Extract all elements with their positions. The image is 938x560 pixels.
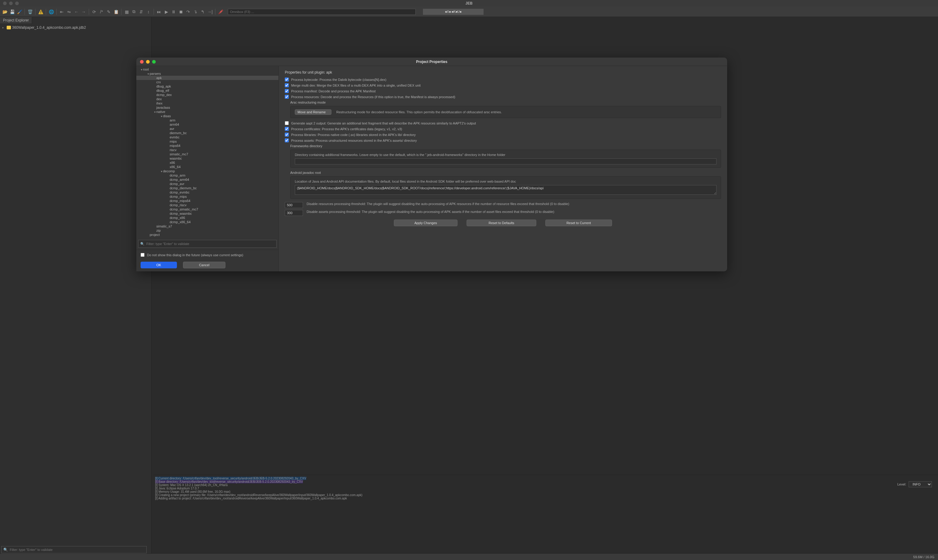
dialog-tree-item[interactable]: apk [136,76,279,80]
dialog-tree-item[interactable]: dcmp_diemvm_bc [136,186,279,190]
assets-checkbox[interactable] [285,138,289,142]
save-icon[interactable]: 💾 [9,9,15,15]
chevron-icon[interactable]: ▾ [146,72,150,75]
paste-icon[interactable]: 📋 [113,9,119,15]
dialog-tree-item[interactable]: x86_64 [136,165,279,169]
noshow-row[interactable]: Do not show this dialog in the future (a… [140,253,274,257]
prev-icon[interactable]: ← [73,9,79,15]
dialog-tree-item[interactable]: ▾decomp [136,169,279,173]
arsc-select[interactable]: Move and Rename [295,109,331,115]
dialog-tree-item[interactable]: simatic_mc7 [136,152,279,156]
frameworks-input[interactable] [295,158,716,165]
dialog-tree-item[interactable]: dcmp_dex [136,93,279,97]
delete-icon[interactable]: 🗑️ [27,9,33,15]
javadoc-input[interactable] [295,185,716,195]
dialog-tree-item[interactable]: dcmp_arm64 [136,177,279,182]
step-out-icon[interactable]: ↰ [200,9,206,15]
dialog-tree-item[interactable]: ▾root [136,67,279,71]
libs-row[interactable]: Process libraries: Process native code (… [285,133,721,137]
dialog-tree-item[interactable]: avr [136,126,279,131]
next-icon[interactable]: → [81,9,87,15]
dialog-tree-item[interactable]: x86 [136,160,279,165]
nav-icon[interactable]: ⇋ [66,9,72,15]
noshow-checkbox[interactable] [140,253,145,257]
reset-current-button[interactable]: Reset to Current [545,220,612,226]
dialog-tree-item[interactable]: crx [136,80,279,84]
play-icon[interactable]: ▶ [163,9,169,15]
comment-icon[interactable]: /* [99,9,105,15]
chevron-right-icon[interactable]: ▸ [2,26,5,29]
dialog-tree-item[interactable]: dex [136,97,279,101]
pause-icon[interactable]: ⏸ [171,9,177,15]
dialog-tree-item[interactable]: dcmp_mips64 [136,199,279,203]
dialog-tree-item[interactable]: mips [136,139,279,143]
dialog-minimize-icon[interactable] [146,60,150,64]
omnibox-input[interactable] [228,9,416,15]
edit-icon[interactable]: ✎ [106,9,112,15]
grid-icon[interactable]: ▦ [123,9,130,15]
dialog-tree-item[interactable]: simatic_s7 [136,224,279,228]
refresh-icon[interactable]: ⟳ [91,9,97,15]
assets-row[interactable]: Process assets: Process unstructured res… [285,138,721,142]
dialog-filter[interactable]: 🔍 [138,240,277,248]
dialog-tree-item[interactable]: dbug_elf [136,88,279,93]
dialog-tree-item[interactable]: ▾native [136,110,279,114]
chevron-icon[interactable]: ▾ [140,68,143,71]
skip-icon[interactable]: ⏭ [156,9,162,15]
dialog-tree-item[interactable]: dcmp_evmbc [136,190,279,194]
open-icon[interactable]: 📂 [2,9,8,15]
level-select[interactable]: INFO [909,481,932,487]
sidebar-filter[interactable]: 🔍 [1,546,146,553]
bytecode-row[interactable]: Process bytecode: Process the Dalvik byt… [285,77,721,82]
dialog-tree[interactable]: ▾root▾parsersapkcrxdbug_apkdbug_elfdcmp_… [136,66,279,238]
sort-icon[interactable]: ↕ [145,9,151,15]
dialog-tree-item[interactable]: dcmp_avr [136,182,279,186]
step-over-icon[interactable]: ↷ [185,9,191,15]
merge-checkbox[interactable] [285,83,289,87]
dialog-tree-item[interactable]: dbug_apk [136,84,279,88]
globe-icon[interactable]: 🌐 [48,9,54,15]
manifest-checkbox[interactable] [285,89,289,93]
dialog-tree-item[interactable]: arm64 [136,122,279,126]
dialog-tree-item[interactable]: zip [136,228,279,232]
dialog-filter-input[interactable] [146,242,274,246]
maximize-window-icon[interactable] [15,2,19,5]
apply-changes-button[interactable]: Apply Changes [394,220,457,226]
dialog-tree-item[interactable]: javaclass [136,105,279,110]
dialog-tree-item[interactable]: mips64 [136,143,279,148]
dialog-tree-item[interactable]: project [136,232,279,237]
step-into-icon[interactable]: ↴ [193,9,199,15]
dialog-tree-item[interactable]: wasmbc [136,156,279,160]
dialog-tree-item[interactable]: dcmp_arm [136,173,279,177]
assets-threshold-input[interactable] [285,210,303,216]
cancel-button[interactable]: Cancel [183,262,225,268]
dialog-tree-item[interactable]: evmbc [136,135,279,139]
dialog-tree-item[interactable]: dcmp_x86 [136,215,279,220]
highlight-icon[interactable]: 🖍️ [217,9,223,15]
dialog-tree-item[interactable]: riscv [136,148,279,152]
dialog-tree-item[interactable]: arm [136,118,279,122]
run-to-icon[interactable]: →| [207,9,213,15]
brush-icon[interactable]: 🖌️ [16,9,22,15]
resources-checkbox[interactable] [285,95,289,99]
chevron-icon[interactable]: ▾ [160,115,163,118]
res-threshold-input[interactable] [285,202,303,208]
sidebar-filter-input[interactable] [10,548,145,552]
bytecode-checkbox[interactable] [285,77,289,82]
copy-icon[interactable]: ⧉ [131,9,137,15]
libs-checkbox[interactable] [285,133,289,137]
dialog-tree-item[interactable]: diemvm_bc [136,131,279,135]
minimize-window-icon[interactable] [9,2,13,5]
dialog-tree-item[interactable]: dcmp_simatic_mc7 [136,207,279,211]
resources-row[interactable]: Process resources: Decode and process th… [285,95,721,99]
dialog-tree-item[interactable]: dcmp_riscv [136,203,279,207]
ok-button[interactable]: OK [140,262,177,268]
dialog-close-icon[interactable] [140,60,143,64]
dialog-tree-item[interactable]: ▾disas [136,114,279,118]
dialog-maximize-icon[interactable] [152,60,156,64]
stop-icon[interactable]: ⏹ [178,9,184,15]
dialog-tree-item[interactable]: dcmp_wasmbc [136,211,279,215]
dialog-tree-item[interactable]: dcmp_mips [136,194,279,199]
certs-row[interactable]: Process certificates: Process the APK's … [285,127,721,131]
certs-checkbox[interactable] [285,127,289,131]
